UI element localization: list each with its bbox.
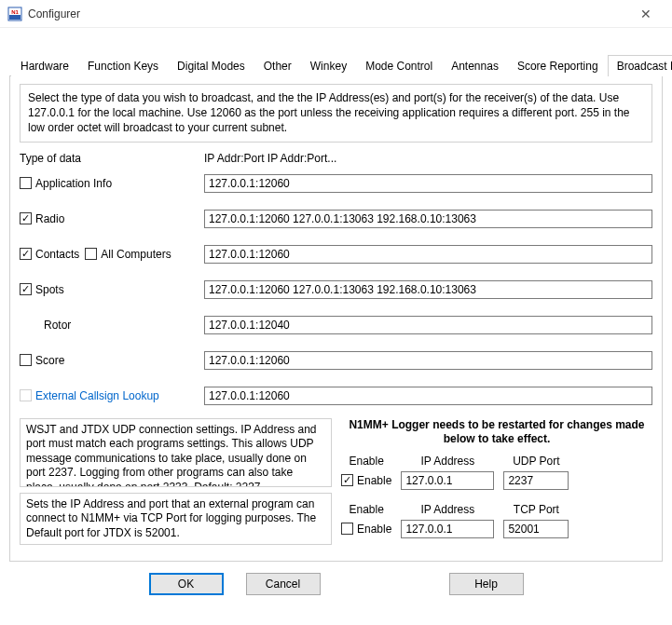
header-addr: IP Addr:Port IP Addr:Port... [204,152,652,165]
input-tcp-ip[interactable] [401,520,494,538]
row-contacts: Contacts All Computers [20,245,652,264]
checkbox-box [20,177,32,189]
row-external-callsign-lookup: External Callsign Lookup [20,387,652,405]
cancel-button[interactable]: Cancel [246,573,321,595]
app-icon: N1 [7,7,22,21]
checkbox-contacts[interactable]: Contacts [20,248,79,261]
button-row: OK Cancel Help [9,573,663,595]
tab-broadcast-data[interactable]: Broadcast Data [608,55,672,76]
input-udp-ip[interactable] [401,471,494,490]
bottom-right: N1MM+ Logger needs to be restarted for c… [341,418,652,551]
tab-panel-broadcast-data: Select the type of data you wish to broa… [9,76,663,562]
checkbox-box [20,354,32,366]
row-score: Score [20,351,652,370]
input-external-callsign-lookup[interactable] [204,387,652,405]
bottom-left: WSJT and JTDX UDP connection settings. I… [20,418,332,551]
tab-function-keys[interactable]: Function Keys [78,55,168,76]
input-udp-port[interactable] [503,471,569,490]
tab-antennas[interactable]: Antennas [442,55,508,76]
checkbox-box [20,212,32,224]
input-contacts[interactable] [204,245,652,264]
checkbox-label: Spots [35,283,64,296]
checkbox-label: Enable [357,474,391,487]
input-radio[interactable] [204,210,652,228]
checkbox-box [341,474,353,486]
tabstrip: Hardware Function Keys Digital Modes Oth… [9,54,663,76]
bottom-section: WSJT and JTDX UDP connection settings. I… [20,418,652,551]
tab-digital-modes[interactable]: Digital Modes [168,55,254,76]
ok-button[interactable]: OK [149,573,224,595]
tab-mode-control[interactable]: Mode Control [356,55,442,76]
header-udp-port: UDP Port [513,455,559,468]
checkbox-spots[interactable]: Spots [20,283,64,296]
row-application-info: Application Info [20,174,652,193]
tab-score-reporting[interactable]: Score Reporting [508,55,608,76]
svg-text:N1: N1 [11,9,19,15]
columns-header: Type of data IP Addr:Port IP Addr:Port..… [20,152,652,165]
header-enable: Enable [350,455,384,468]
close-icon[interactable]: ✕ [627,0,665,28]
conn-row-tcp: Enable Enable IP Address TCP P [341,503,652,538]
checkbox-label: Contacts [35,248,79,261]
header-enable-2: Enable [350,503,384,516]
checkbox-box [20,389,32,401]
note-tcp: Sets the IP Address and port that an ext… [20,493,332,545]
tab-winkey[interactable]: Winkey [301,55,356,76]
header-tcp-port: TCP Port [514,503,559,516]
input-rotor[interactable] [204,316,652,334]
checkbox-box [85,248,97,260]
titlebar: N1 Configurer ✕ [0,0,672,28]
checkbox-label: Radio [35,212,64,225]
window-title: Configurer [28,7,627,20]
window-body: Hardware Function Keys Digital Modes Oth… [0,28,672,605]
header-ip-2: IP Address [420,503,474,516]
info-text: Select the type of data you wish to broa… [20,84,652,143]
svg-rect-2 [9,15,21,20]
row-spots: Spots [20,280,652,299]
header-ip: IP Address [420,455,474,468]
checkbox-label: All Computers [101,248,171,261]
checkbox-all-computers[interactable]: All Computers [85,248,171,261]
checkbox-box [20,283,32,295]
checkbox-tcp-enable[interactable]: Enable [341,523,391,536]
label-rotor: Rotor [44,319,71,332]
checkbox-external-callsign-lookup[interactable]: External Callsign Lookup [20,389,159,402]
row-rotor: Rotor [20,316,652,334]
conn-row-udp: Enable Enable IP Address UDP P [341,455,652,490]
header-type: Type of data [20,152,204,165]
input-tcp-port[interactable] [503,520,569,538]
checkbox-box [20,248,32,260]
checkbox-label: Enable [357,523,391,536]
note-wsjt: WSJT and JTDX UDP connection settings. I… [20,418,332,487]
input-application-info[interactable] [204,174,652,193]
checkbox-label: External Callsign Lookup [35,389,159,402]
checkbox-score[interactable]: Score [20,354,64,367]
checkbox-radio[interactable]: Radio [20,212,64,225]
checkbox-label: Score [35,354,64,367]
row-radio: Radio [20,210,652,228]
help-button[interactable]: Help [449,573,524,595]
checkbox-box [341,523,353,535]
input-score[interactable] [204,351,652,370]
checkbox-application-info[interactable]: Application Info [20,177,112,190]
checkbox-label: Application Info [35,177,112,190]
checkbox-udp-enable[interactable]: Enable [341,474,391,487]
restart-message: N1MM+ Logger needs to be restarted for c… [341,418,652,447]
tab-hardware[interactable]: Hardware [11,55,78,76]
tab-other[interactable]: Other [254,55,301,76]
input-spots[interactable] [204,280,652,299]
